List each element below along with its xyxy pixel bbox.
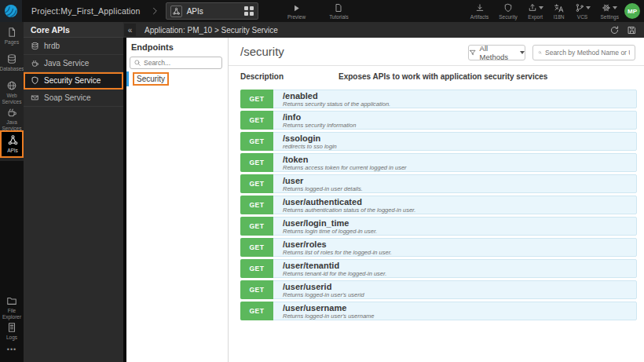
endpoints-search[interactable] [130, 57, 222, 69]
endpoint-description: Returns logged-in user details. [283, 185, 363, 192]
page-title: /security [240, 45, 284, 58]
tutorials-button[interactable]: Tutorials [329, 0, 349, 22]
core-apis-panel: Core APIs hrdb Java Service Security Ser… [24, 22, 123, 362]
endpoint-row-token[interactable]: GET /tokenReturns access token for curre… [240, 153, 637, 172]
endpoint-path: /user/userid [283, 282, 364, 291]
sidebar-item-label: Databases [0, 66, 24, 72]
refresh-button[interactable] [609, 25, 620, 35]
wavemaker-logo-icon [3, 3, 19, 19]
sidebar-item-logs[interactable]: Logs [0, 322, 24, 341]
chevron-down-icon [539, 6, 543, 9]
methods-filter-dropdown[interactable]: All Methods [468, 45, 525, 60]
chevron-down-icon [520, 51, 525, 54]
folder-icon [6, 295, 17, 306]
endpoint-description: Returns access token for current logged … [283, 164, 407, 171]
service-item-security-service[interactable]: Security Service [24, 72, 123, 90]
method-badge-get: GET [240, 132, 273, 151]
endpoint-row-info[interactable]: GET /infoReturns security information [240, 111, 637, 130]
endpoints-search-input[interactable] [144, 59, 214, 67]
coffee-icon [31, 59, 39, 68]
tab-apis-label: APIs [187, 7, 245, 16]
endpoint-description: Returns authentication status of the log… [283, 207, 415, 214]
endpoint-description: redirects to sso login [283, 143, 337, 150]
search-icon [134, 59, 141, 67]
sidebar-item-label: File Explorer [1, 308, 23, 320]
funnel-icon [469, 49, 477, 57]
sidebar-item-label: APIs [7, 148, 18, 154]
more-dots-icon: ••• [7, 347, 16, 353]
vcs-button[interactable]: VCS [575, 0, 591, 22]
endpoint-rows: GET /enabledReturns security status of t… [240, 90, 637, 323]
service-description-row: Description Exposes APIs to work with ap… [229, 66, 644, 88]
endpoint-list-item-label: Security [134, 74, 167, 84]
logs-icon [6, 322, 17, 333]
endpoint-path: /user [283, 176, 363, 185]
sidebar-item-databases[interactable]: Databases [0, 53, 24, 72]
user-avatar[interactable]: MP [624, 3, 640, 19]
endpoint-row-user-userid[interactable]: GET /user/useridReturns logged-in user's… [240, 280, 637, 299]
sidebar-item-more[interactable]: ••• [0, 346, 24, 353]
security-label: Security [499, 14, 517, 20]
export-label: Export [528, 14, 543, 20]
artifacts-label: Artifacts [470, 14, 488, 20]
gear-icon [602, 3, 611, 13]
tab-apis[interactable]: APIs [166, 2, 258, 20]
sidebar-item-pages[interactable]: Pages [0, 27, 24, 46]
breadcrumb: Application: PM_10 > Security Service [145, 26, 609, 35]
grid-icon[interactable] [244, 6, 254, 16]
service-item-java-service[interactable]: Java Service [24, 55, 123, 72]
security-button[interactable]: Security [499, 0, 517, 22]
app-logo[interactable] [0, 0, 22, 22]
endpoint-row-user-tenantid[interactable]: GET /user/tenantidReturns tenant-id for … [240, 259, 637, 278]
method-badge-get: GET [240, 259, 273, 278]
sidebar-item-java-services[interactable]: Java Services [0, 107, 24, 131]
sidebar-item-label: Java Services [2, 119, 22, 131]
method-search[interactable] [532, 45, 635, 60]
save-icon [627, 25, 637, 35]
artifacts-button[interactable]: Artifacts [470, 0, 488, 22]
collapse-panel-button[interactable]: « [124, 24, 136, 36]
endpoint-row-user[interactable]: GET /userReturns logged-in user details. [240, 174, 637, 193]
endpoint-path: /enabled [283, 91, 390, 101]
sidebar-item-web-services[interactable]: Web Services [0, 80, 24, 104]
project-name-label: Project:My_First_Application [31, 6, 141, 16]
endpoint-description: Returns logged-in user's userid [283, 291, 364, 298]
shield-icon [503, 3, 513, 13]
method-search-input[interactable] [545, 49, 630, 57]
tutorials-icon [334, 3, 343, 13]
endpoints-panel: Endpoints Security [126, 38, 228, 362]
service-item-label: Soap Service [44, 93, 90, 102]
settings-button[interactable]: Settings [601, 0, 620, 22]
save-button[interactable] [627, 25, 637, 35]
upload-icon [528, 3, 537, 13]
service-item-hrdb[interactable]: hrdb [24, 38, 123, 55]
endpoint-row-user-authenticated[interactable]: GET /user/authenticatedReturns authentic… [240, 196, 637, 214]
page-icon [6, 27, 17, 38]
service-item-soap-service[interactable]: Soap Service [24, 90, 123, 107]
sidebar-item-label: Web Services [2, 93, 22, 104]
core-apis-header: Core APIs [24, 22, 123, 38]
export-button[interactable]: Export [528, 0, 543, 22]
endpoint-description: Returns logged-in user's username [283, 313, 375, 320]
endpoint-list-item-security[interactable]: Security [126, 71, 228, 86]
api-icon [170, 5, 182, 17]
chevron-down-icon [586, 6, 591, 9]
method-badge-get: GET [240, 174, 273, 193]
vcs-label: VCS [577, 14, 587, 20]
method-badge-get: GET [240, 90, 273, 108]
sidebar-item-apis[interactable]: APIs [0, 130, 24, 158]
method-badge-get: GET [240, 238, 273, 257]
i18n-button[interactable]: I18N [554, 0, 565, 22]
sidebar-item-label: Logs [6, 335, 17, 341]
play-icon [291, 3, 302, 13]
endpoint-row-user-username[interactable]: GET /user/usernameReturns logged-in user… [240, 302, 637, 320]
coffee-icon [6, 107, 17, 118]
endpoint-row-user-roles[interactable]: GET /user/rolesReturns list of roles for… [240, 238, 637, 257]
top-bar: Project:My_First_Application APIs Previe… [0, 0, 644, 22]
endpoint-row-enabled[interactable]: GET /enabledReturns security status of t… [240, 90, 637, 108]
sidebar-item-file-explorer[interactable]: File Explorer [0, 295, 24, 320]
endpoint-row-user-login-time[interactable]: GET /user/login_timeReturns login time o… [240, 217, 637, 236]
preview-button[interactable]: Preview [287, 0, 306, 22]
endpoint-description: Returns security information [283, 122, 356, 129]
endpoint-row-ssologin[interactable]: GET /ssologinredirects to sso login [240, 132, 637, 151]
